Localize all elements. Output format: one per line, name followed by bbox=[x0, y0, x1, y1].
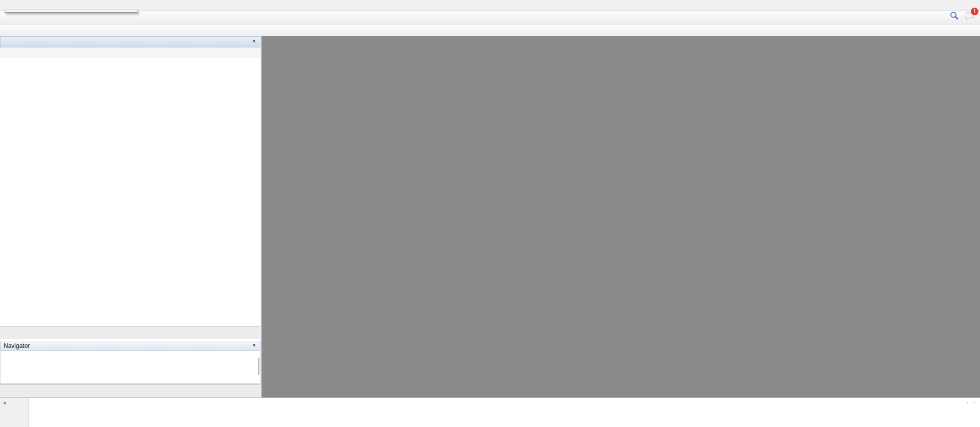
scroll-arrows-icon[interactable]: ‹ › bbox=[967, 400, 977, 405]
toolbar-timeframes bbox=[0, 24, 980, 37]
symbols-tabbar bbox=[0, 326, 260, 339]
navigator-tree bbox=[0, 351, 260, 384]
navigator-titlebar: Navigator × bbox=[0, 341, 260, 351]
menu-bar bbox=[0, 0, 980, 11]
mt4-application-window: 1 × Navigator × × ‹ › bbox=[0, 0, 980, 427]
file-menu-dropdown bbox=[5, 10, 137, 13]
close-icon[interactable]: × bbox=[252, 342, 256, 349]
notification-badge: 1 bbox=[971, 8, 978, 15]
notifications-icon[interactable]: 1 bbox=[965, 11, 975, 20]
navigator-tabbar bbox=[0, 384, 260, 397]
toolbar-standard bbox=[0, 11, 980, 24]
navigator-scrollbar[interactable] bbox=[258, 358, 259, 375]
chart-workspace bbox=[261, 36, 980, 398]
market-watch-header bbox=[0, 47, 260, 59]
navigator-title: Navigator bbox=[4, 342, 30, 349]
terminal-left-strip: × bbox=[0, 398, 29, 427]
terminal-panel: × ‹ › bbox=[0, 397, 980, 427]
close-icon[interactable]: × bbox=[3, 400, 6, 406]
market-watch-titlebar: × bbox=[0, 36, 260, 47]
titlebar-icon-area: 1 bbox=[949, 11, 975, 20]
close-icon[interactable]: × bbox=[252, 38, 256, 45]
left-panel-column: × Navigator × bbox=[0, 36, 260, 398]
search-icon[interactable] bbox=[949, 11, 959, 20]
orders-table bbox=[28, 398, 980, 427]
